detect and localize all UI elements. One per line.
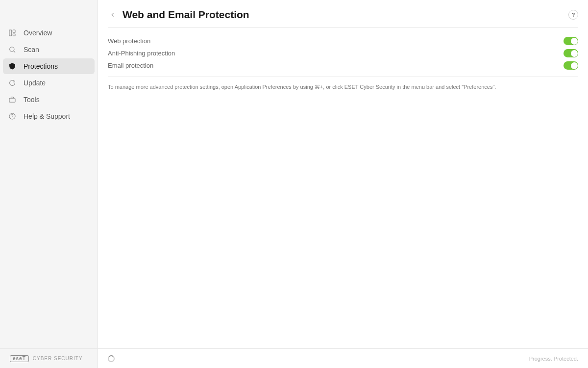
spinner-icon bbox=[108, 355, 115, 362]
brand-logo: eseT bbox=[10, 355, 29, 362]
setting-label: Anti-Phishing protection bbox=[108, 50, 175, 57]
sidebar-item-update[interactable]: Update bbox=[3, 75, 95, 91]
refresh-icon bbox=[8, 79, 17, 87]
sidebar-item-label: Tools bbox=[24, 96, 40, 104]
page-header: Web and Email Protection ? bbox=[108, 0, 578, 28]
sidebar-item-label: Protections bbox=[24, 62, 58, 70]
sidebar-item-label: Help & Support bbox=[24, 112, 70, 120]
page-title: Web and Email Protection bbox=[122, 9, 568, 21]
footer: eseT CYBER SECURITY Progress. Protected. bbox=[0, 348, 588, 368]
back-button[interactable] bbox=[108, 10, 118, 20]
svg-rect-1 bbox=[13, 30, 15, 32]
page-help-button[interactable]: ? bbox=[568, 10, 578, 20]
footer-brand: eseT CYBER SECURITY bbox=[0, 349, 98, 368]
sidebar-item-protections[interactable]: Protections bbox=[3, 58, 95, 74]
sidebar-item-label: Overview bbox=[24, 29, 52, 37]
sidebar-item-label: Update bbox=[24, 79, 46, 87]
toolbox-icon bbox=[8, 95, 17, 104]
svg-rect-2 bbox=[13, 34, 15, 36]
settings-list: Web protection Anti-Phishing protection … bbox=[108, 28, 578, 77]
setting-row-anti-phishing: Anti-Phishing protection bbox=[108, 47, 578, 59]
setting-row-web-protection: Web protection bbox=[108, 35, 578, 47]
toggle-email-protection[interactable] bbox=[564, 61, 578, 70]
sidebar-item-tools[interactable]: Tools bbox=[3, 92, 95, 107]
setting-label: Web protection bbox=[108, 37, 150, 45]
brand-name: CYBER SECURITY bbox=[33, 356, 83, 361]
sidebar-item-scan[interactable]: Scan bbox=[3, 42, 95, 57]
sidebar: Overview Scan Protections Update Tools bbox=[0, 0, 98, 348]
svg-point-3 bbox=[10, 47, 14, 52]
setting-row-email-protection: Email protection bbox=[108, 59, 578, 72]
svg-rect-0 bbox=[9, 30, 12, 36]
main-content: Web and Email Protection ? Web protectio… bbox=[98, 0, 588, 348]
sidebar-item-help[interactable]: Help & Support bbox=[3, 108, 95, 124]
overview-icon bbox=[8, 28, 17, 37]
setting-label: Email protection bbox=[108, 62, 153, 69]
sidebar-item-overview[interactable]: Overview bbox=[3, 25, 95, 41]
footer-tagline: Progress. Protected. bbox=[529, 356, 578, 362]
svg-rect-5 bbox=[9, 98, 15, 102]
toggle-web-protection[interactable] bbox=[564, 37, 578, 45]
sidebar-item-label: Scan bbox=[24, 46, 39, 53]
info-text: To manage more advanced protection setti… bbox=[108, 84, 578, 90]
shield-icon bbox=[8, 62, 17, 71]
svg-line-4 bbox=[14, 51, 15, 53]
search-icon bbox=[8, 45, 17, 54]
toggle-anti-phishing[interactable] bbox=[564, 49, 578, 57]
help-icon bbox=[8, 112, 17, 121]
